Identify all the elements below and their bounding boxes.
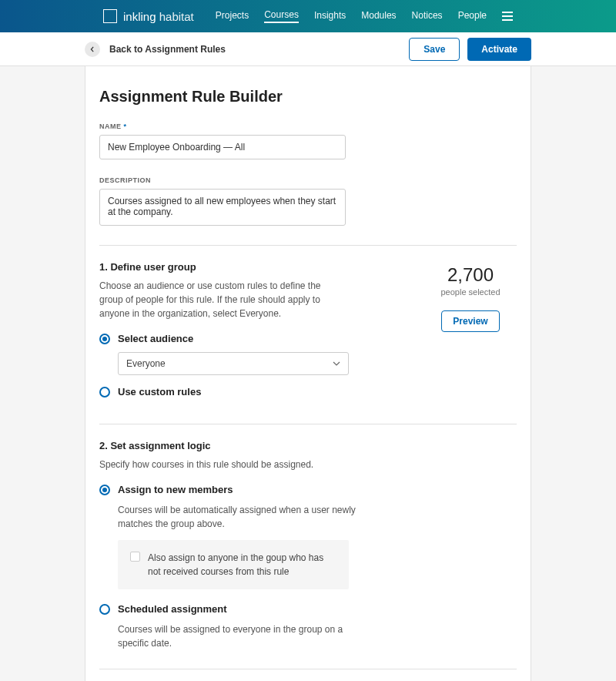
radio-scheduled[interactable]: Scheduled assignment	[99, 603, 517, 615]
nav-modules[interactable]: Modules	[361, 10, 396, 22]
radio-icon	[99, 387, 110, 398]
preview-button[interactable]: Preview	[441, 310, 499, 332]
back-label: Back to Assignment Rules	[109, 44, 226, 55]
nav-courses[interactable]: Courses	[264, 9, 299, 23]
hamburger-menu-icon[interactable]	[502, 12, 513, 21]
description-input[interactable]	[99, 189, 346, 226]
brand-name-1: inkling	[123, 10, 156, 23]
name-label: Name *	[99, 122, 517, 130]
primary-nav: Projects Courses Insights Modules Notice…	[216, 9, 513, 23]
people-selected-count: 2,700	[424, 264, 517, 286]
section-2-desc: Specify how courses in this rule should …	[99, 458, 346, 471]
sub-header: Back to Assignment Rules Save Activate	[0, 32, 616, 66]
chevron-down-icon	[333, 360, 340, 367]
scheduled-desc: Courses will be assigned to everyone in …	[118, 622, 364, 650]
radio-icon	[99, 485, 110, 495]
back-button[interactable]	[85, 42, 100, 57]
radio-custom-rules[interactable]: Use custom rules	[99, 386, 393, 398]
radio-assign-new[interactable]: Assign to new members	[99, 484, 517, 495]
section-1-title: 1. Define user group	[99, 261, 393, 273]
also-assign-checkbox-row[interactable]: Also assign to anyone in the goup who ha…	[130, 551, 336, 579]
radio-icon	[99, 334, 110, 344]
assign-new-desc: Courses will be automatically assigned w…	[118, 503, 364, 531]
top-nav-bar: inkling habitat Projects Courses Insight…	[0, 0, 616, 32]
name-input[interactable]	[99, 135, 346, 159]
audience-select[interactable]: Everyone	[118, 352, 349, 375]
nav-projects[interactable]: Projects	[216, 10, 249, 22]
logo-icon	[103, 9, 117, 23]
activate-button[interactable]: Activate	[467, 38, 531, 61]
brand-logo[interactable]: inkling habitat	[103, 9, 194, 23]
section-2-title: 2. Set assignment logic	[99, 440, 517, 451]
brand-name-2: habitat	[156, 10, 194, 23]
page-title: Assignment Rule Builder	[99, 88, 517, 106]
radio-icon	[99, 604, 110, 615]
chevron-left-icon	[89, 46, 95, 52]
nav-notices[interactable]: Notices	[412, 10, 443, 22]
description-label: Description	[99, 176, 517, 184]
radio-select-audience[interactable]: Select audience	[99, 333, 393, 344]
save-button[interactable]: Save	[409, 38, 460, 61]
people-selected-label: people selected	[424, 287, 517, 297]
nav-insights[interactable]: Insights	[314, 10, 346, 22]
checkbox-icon	[130, 552, 140, 562]
nav-people[interactable]: People	[458, 10, 487, 22]
section-1-desc: Choose an audience or use custom rules t…	[99, 279, 346, 320]
